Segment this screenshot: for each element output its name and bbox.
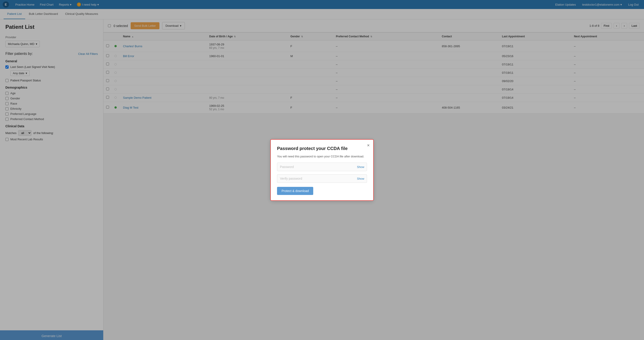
modal-overlay: Password protect your CCDA file × You wi… <box>0 0 644 340</box>
protect-download-button[interactable]: Protect & download <box>277 187 313 195</box>
verify-password-field-group: Show <box>277 174 367 183</box>
password-field-group: Show <box>277 162 367 171</box>
modal-title: Password protect your CCDA file <box>277 146 367 151</box>
password-show-link[interactable]: Show <box>357 165 364 169</box>
password-protect-modal: Password protect your CCDA file × You wi… <box>270 139 374 201</box>
verify-password-input[interactable] <box>277 174 367 183</box>
modal-close-button[interactable]: × <box>367 143 370 148</box>
modal-description: You will need this password to open your… <box>277 155 367 158</box>
password-input[interactable] <box>277 162 367 171</box>
verify-show-link[interactable]: Show <box>357 177 364 180</box>
